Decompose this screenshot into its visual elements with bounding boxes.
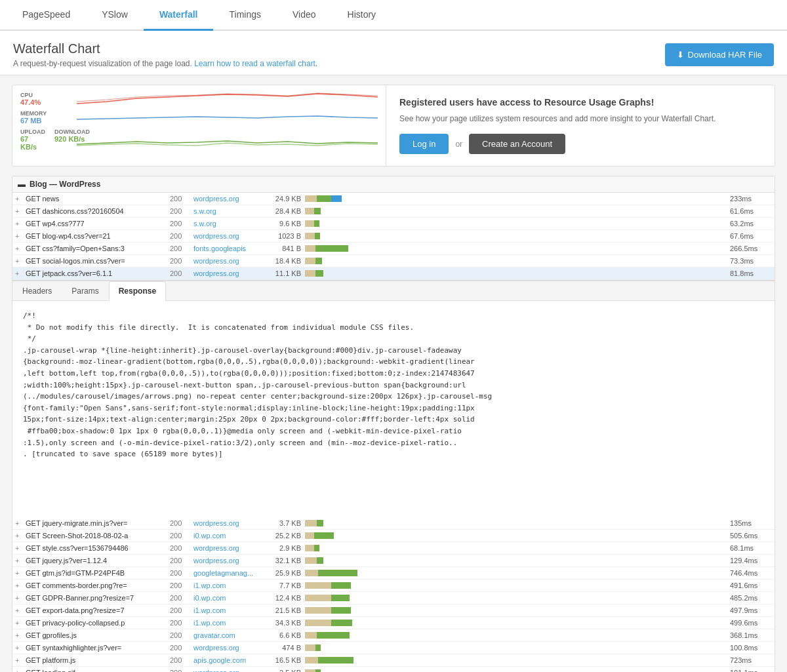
row-expand-icon[interactable]: +	[15, 569, 26, 577]
waterfall-rows-bottom: +GET jquery-migrate.min.js?ver=200wordpr…	[12, 517, 775, 672]
table-row[interactable]: +GET platform.js200apis.google.com16.5 K…	[12, 654, 775, 667]
row-expand-icon[interactable]: +	[15, 656, 26, 664]
row-host: wordpress.org	[193, 195, 266, 203]
tab-response[interactable]: Response	[109, 281, 166, 301]
row-method: GET style.css?ver=1536794486	[26, 544, 170, 552]
row-time: 368.1ms	[726, 631, 772, 639]
bar-segment	[305, 570, 318, 576]
row-expand-icon[interactable]: +	[15, 594, 26, 602]
bar-segment	[314, 532, 334, 539]
table-row[interactable]: +GET privacy-policy-collapsed.p200i1.wp.…	[12, 617, 775, 629]
table-row[interactable]: +GET comments-border.png?re=200i1.wp.com…	[12, 580, 775, 592]
table-row[interactable]: +GET news200wordpress.org24.9 KB233ms	[12, 193, 775, 205]
download-har-button[interactable]: ⬇ Download HAR File	[665, 43, 774, 66]
table-row[interactable]: +GET gprofiles.js200gravatar.com6.6 KB36…	[12, 629, 775, 642]
memory-labels: MEMORY 67 MB	[20, 110, 73, 125]
table-row[interactable]: +GET social-logos.min.css?ver=200wordpre…	[12, 255, 775, 267]
memory-label: MEMORY	[20, 110, 73, 117]
row-status: 200	[170, 644, 193, 652]
row-expand-icon[interactable]: +	[15, 269, 26, 277]
row-expand-icon[interactable]: +	[15, 257, 26, 265]
bar-segment	[305, 532, 314, 539]
login-button[interactable]: Log in	[399, 134, 449, 154]
table-row[interactable]: +GET export-data.png?resize=7200i1.wp.co…	[12, 604, 775, 617]
resource-chart: CPU 47.4% MEMORY 67 MB	[12, 85, 386, 166]
row-expand-icon[interactable]: +	[15, 207, 26, 215]
row-status: 200	[170, 519, 193, 527]
bar-segment	[340, 632, 350, 639]
row-expand-icon[interactable]: +	[15, 519, 26, 527]
row-size: 841 B	[266, 245, 305, 252]
row-expand-icon[interactable]: +	[15, 644, 26, 652]
table-row[interactable]: +GET jquery.js?ver=1.12.4200wordpress.or…	[12, 555, 775, 567]
tab-history[interactable]: History	[332, 0, 392, 31]
tabs-bar: PageSpeedYSlowWaterfallTimingsVideoHisto…	[0, 0, 787, 31]
row-expand-icon[interactable]: +	[15, 220, 26, 227]
table-row[interactable]: +GET Screen-Shot-2018-08-02-a200i0.wp.co…	[12, 530, 775, 542]
row-time: 129.4ms	[726, 557, 772, 564]
tab-headers[interactable]: Headers	[12, 281, 62, 300]
tab-pagespeed[interactable]: PageSpeed	[7, 0, 86, 31]
row-time: 63.2ms	[726, 220, 772, 227]
table-row[interactable]: +GET style.css?ver=1536794486200wordpres…	[12, 542, 775, 555]
row-bar-area	[305, 194, 726, 203]
bar-segment	[331, 620, 352, 626]
tab-timings[interactable]: Timings	[213, 0, 277, 31]
section-collapse-icon[interactable]: ▬	[18, 180, 26, 189]
tab-video[interactable]: Video	[277, 0, 332, 31]
row-status: 200	[170, 257, 193, 265]
row-status: 200	[170, 207, 193, 215]
page-header: Waterfall Chart A request-by-request vis…	[0, 31, 787, 75]
row-time: 61.6ms	[726, 207, 772, 215]
row-bar-area	[305, 593, 726, 603]
tab-waterfall[interactable]: Waterfall	[144, 0, 214, 31]
row-expand-icon[interactable]: +	[15, 582, 26, 589]
row-expand-icon[interactable]: +	[15, 195, 26, 203]
table-row[interactable]: +GET GDPR-Banner.png?resize=7200i0.wp.co…	[12, 592, 775, 604]
bar-segment	[317, 557, 323, 564]
upload-value: 67 KB/s	[20, 135, 45, 151]
create-account-button[interactable]: Create an Account	[469, 134, 565, 154]
row-expand-icon[interactable]: +	[15, 606, 26, 614]
learn-link[interactable]: Learn how to read a waterfall chart	[194, 59, 315, 68]
bar-segment	[305, 245, 315, 252]
bar-segment	[315, 669, 321, 672]
table-row[interactable]: +GET syntaxhighlighter.js?ver=200wordpre…	[12, 642, 775, 654]
row-expand-icon[interactable]: +	[15, 631, 26, 639]
tab-params[interactable]: Params	[62, 281, 108, 300]
bar-segment	[317, 195, 331, 202]
row-expand-icon[interactable]: +	[15, 544, 26, 552]
table-row[interactable]: +GET loading.gif200wordpress.org2.5 KB10…	[12, 667, 775, 672]
row-expand-icon[interactable]: +	[15, 557, 26, 564]
table-row[interactable]: +GET css?family=Open+Sans:3200fonts.goog…	[12, 243, 775, 255]
row-expand-icon[interactable]: +	[15, 232, 26, 240]
bar-segment	[314, 220, 319, 227]
row-expand-icon[interactable]: +	[15, 532, 26, 540]
table-row[interactable]: +GET dashicons.css?20160504200s.w.org28.…	[12, 205, 775, 218]
cpu-label: CPU	[20, 92, 73, 98]
row-host: s.w.org	[193, 207, 266, 215]
table-row[interactable]: +GET wp4.css?777200s.w.org9.6 KB63.2ms	[12, 218, 775, 230]
row-expand-icon[interactable]: +	[15, 245, 26, 252]
row-expand-icon[interactable]: +	[15, 669, 26, 672]
row-method: GET GDPR-Banner.png?resize=7	[26, 594, 170, 602]
bar-segment	[305, 582, 331, 589]
row-bar-area	[305, 531, 726, 540]
table-row[interactable]: +GET blog-wp4.css?ver=21200wordpress.org…	[12, 230, 775, 243]
row-method: GET privacy-policy-collapsed.p	[26, 619, 170, 627]
bar-segment	[305, 557, 317, 564]
row-method: GET css?family=Open+Sans:3	[26, 245, 170, 252]
row-bar-area	[305, 269, 726, 278]
bar-segment	[305, 233, 315, 239]
table-row[interactable]: +GET jetpack.css?ver=6.1.1200wordpress.o…	[12, 267, 775, 280]
row-expand-icon[interactable]: +	[15, 619, 26, 627]
tab-yslow[interactable]: YSlow	[86, 0, 144, 31]
row-host: i0.wp.com	[193, 532, 266, 540]
table-row[interactable]: +GET jquery-migrate.min.js?ver=200wordpr…	[12, 517, 775, 530]
response-code: /*! * Do not modify this file directly. …	[12, 301, 775, 517]
bar-segment	[305, 270, 315, 277]
table-row[interactable]: +GET gtm.js?id=GTM-P24PF4B200googletagma…	[12, 567, 775, 580]
row-bar-area	[305, 556, 726, 565]
resource-info-desc: See how your page utilizes system resour…	[399, 113, 761, 125]
bar-segment	[305, 520, 317, 526]
